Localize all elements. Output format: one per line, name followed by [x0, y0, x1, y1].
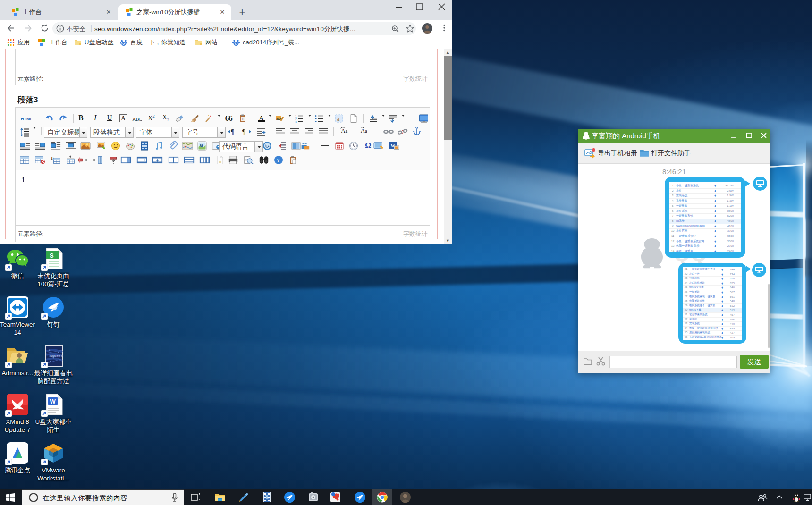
svg-text:HTML: HTML [21, 117, 33, 121]
svg-text:G: G [200, 143, 203, 148]
svg-text:?: ? [277, 157, 280, 164]
svg-text:a: a [337, 116, 340, 122]
svg-text:电脑配置查看: 电脑配置查看 [50, 354, 63, 357]
svg-text:3: 3 [295, 120, 297, 124]
svg-text:ab: ab [276, 116, 281, 121]
svg-text:W: W [50, 398, 56, 405]
svg-text:¶: ¶ [231, 128, 234, 135]
svg-text:S: S [50, 252, 54, 259]
svg-text:T: T [241, 117, 244, 121]
svg-text:T: T [51, 156, 53, 160]
svg-text:¶: ¶ [242, 128, 245, 135]
